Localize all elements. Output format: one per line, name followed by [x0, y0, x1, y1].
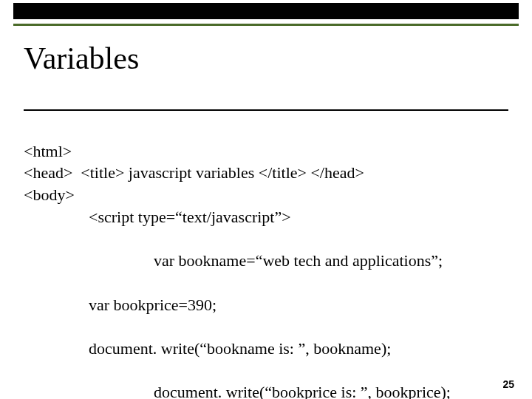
code-line: var bookname=“web tech and applications”… [24, 250, 451, 272]
title-divider [24, 109, 508, 111]
code-line: document. write(“bookname is: ”, booknam… [24, 338, 451, 360]
top-black-band [13, 3, 519, 19]
code-line: <body> [24, 185, 75, 204]
page-number: 25 [502, 378, 514, 390]
code-line: <script type=“text/javascript”> [24, 206, 451, 228]
slide-title: Variables [24, 41, 139, 76]
code-line: document. write(“bookprice is: ”, bookpr… [24, 381, 451, 399]
code-line: var bookprice=390; [24, 294, 451, 316]
top-green-line [13, 24, 519, 26]
code-line: <html> [24, 142, 72, 160]
code-block: <html> <head> <title> javascript variabl… [24, 118, 451, 399]
code-line: <head> <title> javascript variables </ti… [24, 163, 364, 182]
